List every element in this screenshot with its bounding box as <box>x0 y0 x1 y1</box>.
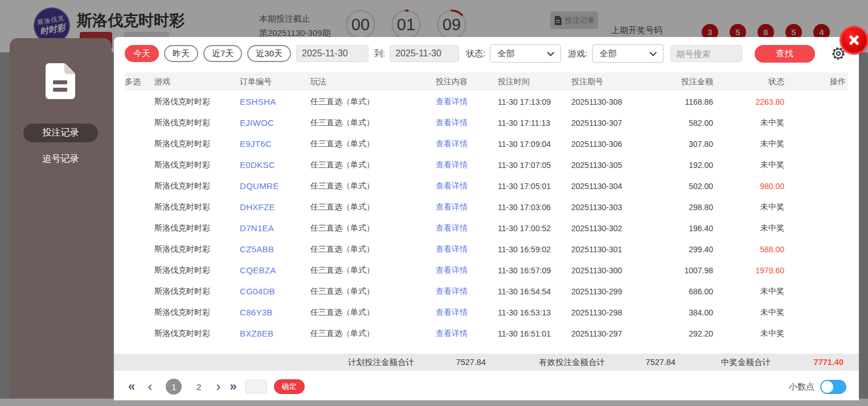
cell-status: 未中奖 <box>725 329 799 339</box>
cell-status: 未中奖 <box>725 139 799 149</box>
cell-game: 斯洛伐克时时彩 <box>154 202 240 212</box>
view-detail-link[interactable]: 查看详情 <box>436 139 498 149</box>
order-id-link[interactable]: CQEBZA <box>240 265 310 275</box>
order-id-link[interactable]: CG04DB <box>240 286 310 296</box>
view-detail-link[interactable]: 查看详情 <box>436 202 498 212</box>
order-id-link[interactable]: EJIWOC <box>240 118 310 128</box>
win-total-label: 中奖金额合计 <box>675 357 771 368</box>
page-jump-input[interactable] <box>245 380 267 393</box>
prev-page-button[interactable]: ‹ <box>148 380 152 393</box>
decimal-toggle[interactable] <box>820 380 846 394</box>
cell-game: 斯洛伐克时时彩 <box>154 307 240 318</box>
cell-bet-time: 11-30 17:03:06 <box>498 203 571 212</box>
quick-filter-button[interactable]: 近30天 <box>247 45 291 62</box>
table-row: 斯洛伐克时时彩 E0DKSC 任三直选（单式） 查看详情 11-30 17:07… <box>125 154 848 175</box>
page-number-button[interactable]: 1 <box>166 379 182 395</box>
cell-bet-time: 11-30 17:00:52 <box>498 224 571 233</box>
view-detail-link[interactable]: 查看详情 <box>436 286 498 297</box>
table-header: 多选游戏订单编号玩法投注内容投注时间投注期号投注金额状态操作 <box>125 72 848 91</box>
page-number-button[interactable]: 2 <box>191 379 207 395</box>
cell-game: 斯洛伐克时时彩 <box>154 223 240 233</box>
table-row: 斯洛伐克时时彩 CG04DB 任三直选（单式） 查看详情 11-30 16:54… <box>125 281 848 302</box>
cell-game: 斯洛伐克时时彩 <box>154 160 240 170</box>
pagination-bar: « ‹ 12 › » 确定 小数点 <box>114 374 859 399</box>
quick-filter-button[interactable]: 近7天 <box>203 45 242 62</box>
quick-filters: 今天昨天近7天近30天 <box>125 45 296 62</box>
cell-bet-amount: 384.00 <box>662 308 725 317</box>
close-button[interactable] <box>841 27 867 53</box>
plan-total-label: 计划投注金额合计 <box>125 357 414 368</box>
chevron-down-icon <box>547 49 555 56</box>
cell-play-type: 任三直选（单式） <box>310 223 436 233</box>
order-id-link[interactable]: DQUMRE <box>240 181 310 191</box>
order-id-link[interactable]: DHXFZE <box>240 202 310 212</box>
decimal-label: 小数点 <box>789 382 814 392</box>
cell-bet-period: 20251130-301 <box>571 245 662 254</box>
cell-game: 斯洛伐克时时彩 <box>154 286 240 297</box>
cell-bet-period: 20251130-307 <box>571 118 662 128</box>
period-search-input[interactable] <box>670 45 742 62</box>
order-id-link[interactable]: C86Y3B <box>240 307 310 317</box>
order-id-link[interactable]: CZ5ABB <box>240 244 310 254</box>
view-detail-link[interactable]: 查看详情 <box>436 181 498 191</box>
next-page-button[interactable]: › <box>216 380 220 393</box>
column-header-7: 投注期号 <box>571 77 662 87</box>
cell-play-type: 任三直选（单式） <box>310 118 436 128</box>
chevron-down-icon <box>649 49 657 56</box>
bet-records-modal: 今天昨天近7天近30天 到: 状态: 全部 游戏: 全部 查找 多选游戏订单编号… <box>114 37 859 400</box>
column-header-4: 玩法 <box>310 77 436 87</box>
view-detail-link[interactable]: 查看详情 <box>436 118 498 128</box>
cell-game: 斯洛伐克时时彩 <box>154 244 240 255</box>
first-page-button[interactable]: « <box>128 380 135 393</box>
view-detail-link[interactable]: 查看详情 <box>436 160 498 170</box>
cell-bet-period: 20251130-308 <box>571 97 662 106</box>
game-select[interactable]: 全部 <box>592 44 664 63</box>
order-id-link[interactable]: ESHSHA <box>240 97 310 106</box>
cell-game: 斯洛伐克时时彩 <box>154 181 240 191</box>
table-row: 斯洛伐克时时彩 D7N1EA 任三直选（单式） 查看详情 11-30 17:00… <box>125 218 848 239</box>
view-detail-link[interactable]: 查看详情 <box>436 265 498 276</box>
view-detail-link[interactable]: 查看详情 <box>436 223 498 233</box>
column-header-6: 投注时间 <box>498 77 571 87</box>
confirm-button[interactable]: 确定 <box>274 379 305 394</box>
column-header-9: 状态 <box>725 77 799 87</box>
cell-play-type: 任三直选（单式） <box>310 181 436 191</box>
view-detail-link[interactable]: 查看详情 <box>436 97 498 107</box>
search-button[interactable]: 查找 <box>755 45 815 63</box>
last-page-button[interactable]: » <box>230 380 236 393</box>
cell-play-type: 任三直选（单式） <box>310 286 436 297</box>
order-id-link[interactable]: E9JT6C <box>240 139 310 149</box>
cell-bet-period: 20251130-300 <box>571 266 662 275</box>
cell-play-type: 任三直选（单式） <box>310 307 436 318</box>
status-select[interactable]: 全部 <box>490 44 561 63</box>
cell-bet-amount: 307.80 <box>662 140 725 149</box>
view-detail-link[interactable]: 查看详情 <box>436 307 498 318</box>
cell-game: 斯洛伐克时时彩 <box>154 118 240 128</box>
toggle-knob <box>821 381 833 393</box>
view-detail-link[interactable]: 查看详情 <box>436 329 498 339</box>
order-id-link[interactable]: BXZ8EB <box>240 329 310 338</box>
settings-gear-icon[interactable] <box>831 46 846 61</box>
quick-filter-button[interactable]: 今天 <box>125 45 159 62</box>
cell-bet-amount: 299.40 <box>662 245 725 254</box>
cell-bet-amount: 502.00 <box>662 182 725 191</box>
column-header-8: 投注金额 <box>662 77 725 87</box>
view-detail-link[interactable]: 查看详情 <box>436 244 498 255</box>
date-to-input[interactable] <box>390 45 459 62</box>
cell-bet-amount: 1168.86 <box>662 97 725 106</box>
cell-bet-time: 11-30 16:54:54 <box>498 287 571 296</box>
page-numbers: 12 <box>166 379 216 395</box>
cell-bet-time: 11-30 17:09:04 <box>498 140 571 149</box>
order-id-link[interactable]: D7N1EA <box>240 223 310 233</box>
sidebar-item[interactable]: 投注记录 <box>23 124 98 142</box>
valid-total-value: 7527.84 <box>605 358 675 367</box>
quick-filter-button[interactable]: 昨天 <box>164 45 198 62</box>
win-total-value: 7771.40 <box>771 358 844 367</box>
order-id-link[interactable]: E0DKSC <box>240 160 310 170</box>
date-from-input[interactable] <box>296 45 369 62</box>
status-select-value: 全部 <box>497 48 514 59</box>
cell-bet-time: 11-30 16:59:02 <box>498 245 571 254</box>
valid-total-label: 有效投注金额合计 <box>486 357 605 368</box>
sidebar-item[interactable]: 追号记录 <box>23 150 98 169</box>
column-header-2: 游戏 <box>154 77 240 87</box>
